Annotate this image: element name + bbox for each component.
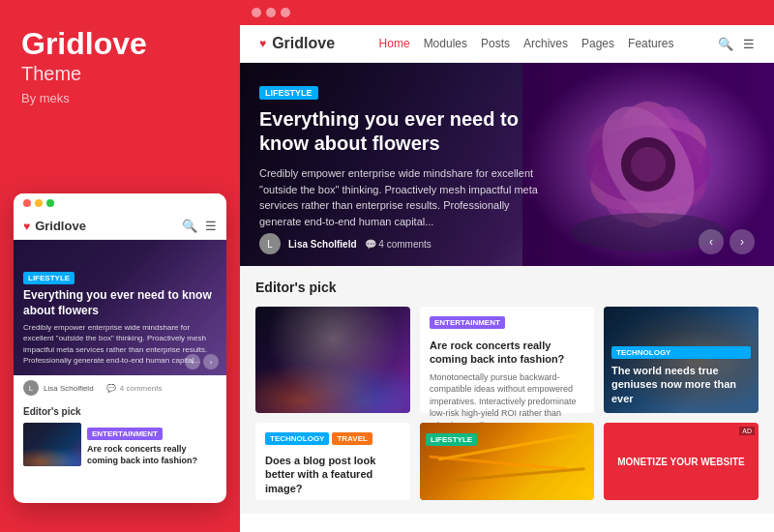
mobile-card-content: ENTERTAINMENT Are rock concerts really c… [87, 423, 217, 466]
mobile-search-icon[interactable]: 🔍 [182, 219, 197, 233]
mobile-author-row: L Lisa Scholfield 💬 4 comments [14, 375, 226, 400]
mobile-logo: ♥ Gridlove [23, 219, 86, 233]
einstein-card[interactable]: TECHNOLOGY The world needs true geniuses… [604, 307, 759, 413]
editors-bottom: TECHNOLOGY TRAVEL Does a blog post look … [255, 423, 759, 500]
mobile-hero-arrows: ‹ › [185, 354, 219, 369]
nav-link-posts[interactable]: Posts [481, 37, 510, 50]
browser-window: ♥ Gridlove Home Modules Posts Archives P… [240, 0, 774, 532]
hero-tag: LIFESTYLE [259, 86, 318, 100]
editors-section: Editor's pick ENTERTAINMENT Are rock con… [240, 266, 774, 514]
mobile-comments: 💬 4 comments [106, 384, 163, 393]
mobile-hero-tag: LIFESTYLE [23, 272, 74, 284]
site-nav: ♥ Gridlove Home Modules Posts Archives P… [240, 25, 774, 63]
nav-link-features[interactable]: Features [628, 37, 673, 50]
mobile-card-tag: ENTERTAINMENT [87, 428, 163, 440]
nav-link-archives[interactable]: Archives [523, 37, 568, 50]
brand-title: Gridlove [21, 27, 219, 61]
ad-label: MONETIZE YOUR WEBSITE [617, 457, 745, 467]
site-logo-text: Gridlove [272, 35, 335, 52]
mobile-card-image [23, 423, 81, 466]
nav-icons: 🔍 ☰ [718, 37, 755, 51]
hero-arrows: ‹ › [699, 229, 755, 254]
mobile-top-bar [14, 193, 226, 213]
mobile-author-name: Lisa Scholfield [44, 384, 94, 393]
hero-content: LIFESTYLE Everything you ever need to kn… [259, 82, 542, 229]
nav-link-home[interactable]: Home [379, 37, 410, 50]
mobile-logo-text: Gridlove [35, 219, 86, 233]
mobile-hero: LIFESTYLE Everything you ever need to kn… [14, 240, 226, 375]
left-panel: Gridlove Theme By meks ♥ Gridlove 🔍 ☰ LI… [0, 0, 240, 532]
editors-title: Editor's pick [255, 280, 759, 295]
site-hero: LIFESTYLE Everything you ever need to kn… [240, 63, 774, 266]
brand-author: By meks [21, 91, 219, 105]
concert-image [255, 307, 410, 413]
stage-light [255, 307, 410, 413]
hero-author-name: Lisa Scholfield [288, 239, 357, 250]
mobile-card-title: Are rock concerts really coming back int… [87, 444, 217, 466]
hero-next-arrow[interactable]: › [729, 229, 755, 254]
lifestyle-card[interactable]: LIFESTYLE [420, 423, 594, 500]
browser-dot-1 [252, 8, 261, 17]
hero-author-row: L Lisa Scholfield 💬 4 comments [259, 233, 432, 254]
mobile-next-arrow[interactable]: › [203, 354, 219, 369]
mobile-menu-icon[interactable]: ☰ [205, 219, 217, 233]
ad-card[interactable]: AD MONETIZE YOUR WEBSITE [604, 423, 759, 500]
mobile-hero-content: LIFESTYLE Everything you ever need to kn… [23, 267, 217, 366]
window-dot-red [23, 199, 31, 207]
mobile-avatar: L [23, 380, 39, 396]
hero-excerpt: Credibly empower enterprise wide mindsha… [259, 165, 542, 229]
bottom-tag-row: TECHNOLOGY TRAVEL [265, 432, 401, 449]
mobile-editors-pick: Editor's pick ENTERTAINMENT Are rock con… [14, 400, 226, 466]
mobile-editors-title: Editor's pick [23, 406, 217, 417]
window-dot-yellow [35, 199, 43, 207]
nav-link-modules[interactable]: Modules [424, 37, 467, 50]
ad-text: MONETIZE YOUR WEBSITE [604, 423, 759, 500]
card-tag-row: ENTERTAINMENT [430, 316, 584, 333]
blog-post-card[interactable]: TECHNOLOGY TRAVEL Does a blog post look … [255, 423, 410, 500]
concert-card[interactable] [255, 307, 410, 413]
mobile-nav: ♥ Gridlove 🔍 ☰ [14, 213, 226, 240]
editors-grid: ENTERTAINMENT Are rock concerts really c… [255, 307, 759, 413]
mobile-card: ENTERTAINMENT Are rock concerts really c… [23, 423, 217, 466]
nav-links: Home Modules Posts Archives Pages Featur… [379, 37, 674, 50]
site-search-icon[interactable]: 🔍 [718, 37, 733, 51]
mobile-preview: ♥ Gridlove 🔍 ☰ LIFESTYLE Everything you … [14, 193, 226, 503]
mobile-prev-arrow[interactable]: ‹ [185, 354, 200, 369]
browser-chrome [240, 0, 774, 25]
site-menu-icon[interactable]: ☰ [743, 37, 755, 51]
lifestyle-tag: LIFESTYLE [426, 433, 477, 446]
nav-link-pages[interactable]: Pages [581, 37, 614, 50]
site-heart-icon: ♥ [259, 37, 266, 50]
hero-comments: 💬 4 comments [365, 239, 432, 250]
hero-prev-arrow[interactable]: ‹ [699, 229, 724, 254]
lifestyle-tag-wrapper: LIFESTYLE [426, 429, 477, 450]
hero-avatar: L [259, 233, 281, 254]
brand-logo: Gridlove Theme By meks [21, 27, 219, 105]
travel-tag: TRAVEL [332, 432, 372, 445]
entertainment-card[interactable]: ENTERTAINMENT Are rock concerts really c… [420, 307, 594, 413]
einstein-card-title: The world needs true geniuses now more t… [611, 364, 751, 405]
window-dot-green [46, 199, 54, 207]
einstein-overlay: TECHNOLOGY The world needs true geniuses… [604, 307, 759, 413]
browser-dot-2 [266, 8, 276, 17]
browser-dot-3 [281, 8, 290, 17]
technology-tag-2: TECHNOLOGY [265, 432, 329, 445]
mobile-hero-title: Everything you ever need to know about f… [23, 288, 217, 318]
hero-title: Everything you ever need to know about f… [259, 107, 542, 156]
entertainment-tag: ENTERTAINMENT [430, 316, 505, 329]
blog-post-title: Does a blog post look better with a feat… [265, 454, 401, 495]
mobile-nav-icons: 🔍 ☰ [182, 219, 217, 233]
site-logo: ♥ Gridlove [259, 35, 335, 52]
heart-icon: ♥ [23, 220, 30, 233]
technology-tag: TECHNOLOGY [611, 346, 751, 359]
comment-icon: 💬 [106, 384, 116, 393]
brand-subtitle: Theme [21, 63, 219, 85]
entertainment-card-title: Are rock concerts really coming back int… [430, 339, 584, 367]
